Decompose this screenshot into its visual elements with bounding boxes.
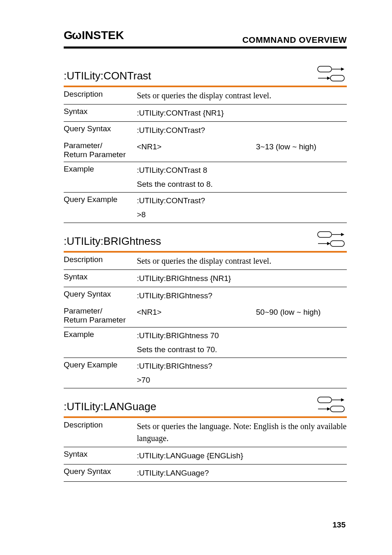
row-label: Description [64,90,137,99]
row-label: Description [64,420,137,430]
command-section: :UTILity:CONTrast DescriptionSets or que… [64,65,347,223]
row-label: Query Example [64,360,137,369]
definition-row: Syntax:UTILity:LANGuage {ENGLish} [64,447,347,464]
set-query-icon [317,230,345,248]
row-content: <NR1>50~90 (low ~ high) [137,307,347,318]
row-content: :UTILity:CONTrast {NR1} [137,107,347,119]
definition-row: Parameter/Return Parameter<NR1>50~90 (lo… [64,304,347,327]
example-line: Sets the contrast to 8. [137,179,347,190]
svg-rect-20 [330,406,344,412]
definition-row: DescriptionSets or queries the language.… [64,418,347,447]
svg-marker-7 [327,77,330,80]
svg-rect-14 [330,241,344,246]
command-section: :UTILity:LANGuage DescriptionSets or que… [64,396,347,482]
section-title: :UTILity:CONTrast [64,70,151,82]
description-text: Sets or queries the display contrast lev… [137,91,271,100]
parameter-range: 3~13 (low ~ high) [256,141,347,153]
svg-text:G: G [64,29,72,42]
definition-row: Query Syntax:UTILity:BRIGhtness? [64,287,347,304]
definition-row: Example:UTILity:CONTrast 8Sets the contr… [64,162,347,193]
row-label: Syntax [64,450,137,459]
row-label: Parameter/Return Parameter [64,307,137,325]
parameter-range: 50~90 (low ~ high) [256,307,347,318]
row-label: Syntax [64,107,137,116]
example-line: :UTILity:BRIGhtness? [137,360,347,372]
definition-row: Syntax:UTILity:CONTrast {NR1} [64,104,347,122]
svg-marker-11 [341,233,344,236]
example-line: >70 [137,374,347,386]
header-rule [64,46,347,49]
row-content: :UTILity:CONTrast 8Sets the contrast to … [137,165,347,190]
definition-row: Query Example:UTILity:BRIGhtness?>70 [64,358,347,388]
section-header: :UTILity:CONTrast [64,65,347,82]
syntax-text: :UTILity:CONTrast {NR1} [137,109,224,117]
svg-rect-9 [318,232,332,237]
svg-marker-17 [341,398,344,402]
definition-row: DescriptionSets or queries the display c… [64,253,347,270]
page-number: 135 [332,520,346,529]
row-label: Parameter/Return Parameter [64,141,137,159]
svg-text:INSTEK: INSTEK [82,29,124,42]
row-content: Sets or queries the display contrast lev… [137,90,347,102]
example-line: >8 [137,209,347,221]
brand-logo: G ω INSTEK [64,29,134,45]
row-label: Syntax [64,272,137,281]
page-header-title: COMMNAND OVERVIEW [242,35,347,45]
row-content: :UTILity:BRIGhtness {NR1} [137,272,347,284]
set-query-icon [317,396,345,413]
row-content: :UTILity:BRIGhtness?>70 [137,360,347,385]
syntax-text: :UTILity:LANGuage? [137,469,209,477]
row-label: Query Syntax [64,290,137,299]
row-content: :UTILity:CONTrast?>8 [137,195,347,220]
parameter-name: <NR1> [137,141,256,153]
section-title: :UTILity:LANGuage [64,400,156,413]
syntax-text: :UTILity:BRIGhtness {NR1} [137,274,231,283]
row-content: :UTILity:BRIGhtness? [137,290,347,302]
parameter-name: <NR1> [137,307,256,318]
row-content: :UTILity:LANGuage {ENGLish} [137,450,347,462]
example-line: :UTILity:BRIGhtness 70 [137,330,347,341]
definition-row: Syntax:UTILity:BRIGhtness {NR1} [64,270,347,287]
definition-row: Query Syntax:UTILity:CONTrast? [64,122,347,139]
example-line: :UTILity:CONTrast? [137,195,347,207]
syntax-text: :UTILity:BRIGhtness? [137,291,212,300]
row-label: Query Syntax [64,467,137,476]
row-label: Example [64,165,137,174]
row-label: Description [64,255,137,264]
row-content: :UTILity:CONTrast? [137,124,347,136]
svg-rect-3 [318,66,332,72]
row-content: <NR1>3~13 (low ~ high) [137,141,347,153]
syntax-text: :UTILity:CONTrast? [137,126,205,135]
definition-row: Example:UTILity:BRIGhtness 70Sets the co… [64,327,347,358]
section-title: :UTILity:BRIGhtness [64,235,161,248]
example-line: :UTILity:CONTrast 8 [137,165,347,176]
row-label: Example [64,330,137,339]
definition-row: DescriptionSets or queries the display c… [64,87,347,104]
row-content: Sets or queries the display contrast lev… [137,255,347,267]
command-section: :UTILity:BRIGhtness DescriptionSets or q… [64,230,347,388]
page-header: G ω INSTEK COMMNAND OVERVIEW [64,29,347,45]
row-label: Query Syntax [64,124,137,133]
description-text: Sets or queries the language. Note: Engl… [137,422,346,443]
definition-row: Parameter/Return Parameter<NR1>3~13 (low… [64,139,347,162]
definition-row: Query Syntax:UTILity:LANGuage? [64,464,347,482]
section-header: :UTILity:BRIGhtness [64,230,347,248]
syntax-text: :UTILity:LANGuage {ENGLish} [137,451,243,460]
set-query-icon [317,65,345,82]
svg-rect-8 [330,75,344,81]
definition-row: Query Example:UTILity:CONTrast?>8 [64,193,347,223]
svg-marker-19 [327,407,330,411]
svg-rect-15 [318,397,332,403]
svg-marker-13 [327,242,330,245]
row-content: :UTILity:BRIGhtness 70Sets the contrast … [137,330,347,355]
row-content: Sets or queries the language. Note: Engl… [137,420,347,444]
example-line: Sets the contrast to 70. [137,344,347,355]
row-label: Query Example [64,195,137,204]
svg-marker-5 [341,67,344,71]
section-header: :UTILity:LANGuage [64,396,347,413]
row-content: :UTILity:LANGuage? [137,467,347,479]
svg-text:ω: ω [72,29,81,42]
description-text: Sets or queries the display contrast lev… [137,256,271,265]
